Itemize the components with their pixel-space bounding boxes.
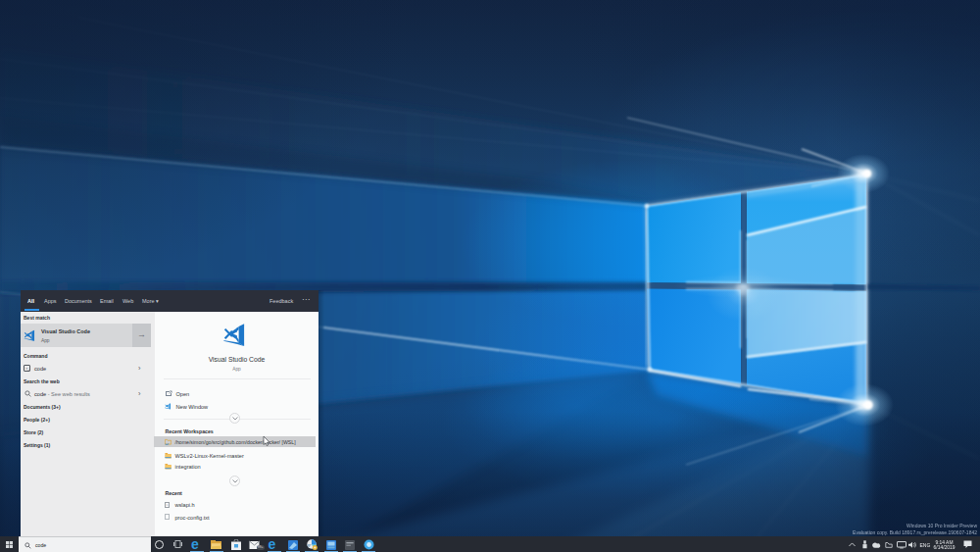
svg-text:6/14/2019: 6/14/2019 [934,545,956,550]
svg-text:9:14 AM: 9:14 AM [936,540,954,545]
svg-text:ENG: ENG [920,542,931,548]
